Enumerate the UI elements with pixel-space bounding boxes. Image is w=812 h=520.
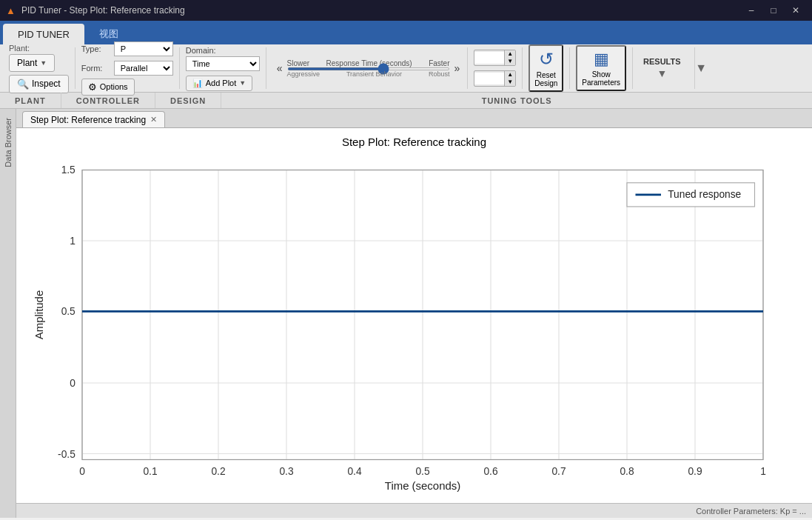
spinbox-1-up[interactable]: ▲ bbox=[505, 50, 515, 58]
svg-text:1: 1 bbox=[70, 236, 76, 247]
step-plot-tab[interactable]: Step Plot: Reference tracking ✕ bbox=[22, 111, 165, 127]
section-design: DESIGN bbox=[155, 93, 221, 108]
type-select[interactable]: PPIPDPID bbox=[114, 41, 173, 56]
chart-container: 1.5 1 0.5 0 -0.5 0 0.1 0.2 0.3 0.4 0.5 0… bbox=[31, 151, 797, 496]
svg-text:0.9: 0.9 bbox=[688, 466, 702, 477]
spinbox-2-input[interactable]: 0.6 bbox=[474, 73, 504, 84]
inspect-label: Inspect bbox=[32, 79, 61, 89]
add-plot-arrow: ▼ bbox=[239, 79, 246, 87]
reset-design-button[interactable]: ↺ ResetDesign bbox=[529, 44, 563, 92]
ribbon-scroll[interactable]: ▼ bbox=[694, 47, 708, 89]
spinbox-1: 2 ▲ ▼ bbox=[474, 50, 516, 66]
show-parameters-icon: ▦ bbox=[594, 50, 609, 69]
minimize-button[interactable]: – bbox=[741, 2, 762, 19]
svg-text:0.1: 0.1 bbox=[143, 466, 157, 477]
transient-label: Transient Behavior bbox=[346, 70, 402, 78]
plot-area: Step Plot: Reference tracking bbox=[16, 128, 812, 503]
spinbox-2-up[interactable]: ▲ bbox=[505, 71, 515, 79]
svg-text:0: 0 bbox=[70, 378, 76, 389]
tab-pid-tuner[interactable]: PID TUNER bbox=[3, 24, 84, 44]
slider-bottom-labels: Aggressive Transient Behavior Robust bbox=[287, 70, 450, 78]
main-area: Data Browser Step Plot: Reference tracki… bbox=[0, 109, 812, 518]
add-plot-label: Add Plot bbox=[206, 79, 237, 87]
form-select[interactable]: ParallelIdeal bbox=[114, 61, 173, 76]
close-button[interactable]: ✕ bbox=[785, 2, 806, 19]
svg-text:0.5: 0.5 bbox=[61, 306, 76, 317]
svg-text:1: 1 bbox=[760, 466, 766, 477]
svg-text:1.5: 1.5 bbox=[61, 164, 76, 176]
robust-label: Robust bbox=[429, 70, 450, 78]
status-bar: Controller Parameters: Kp = ... bbox=[16, 503, 812, 518]
plant-button[interactable]: Plant ▼ bbox=[9, 54, 55, 72]
type-form-group: Type: PPIPDPID Form: ParallelIdeal ⚙ Opt… bbox=[78, 47, 180, 89]
domain-group: Domain: TimeFrequency 📊 Add Plot ▼ bbox=[183, 47, 266, 89]
section-plant: PLANT bbox=[0, 93, 61, 108]
window-title: PID Tuner - Step Plot: Reference trackin… bbox=[21, 5, 741, 16]
spinbox-2-down[interactable]: ▼ bbox=[505, 79, 515, 86]
reset-design-icon: ↺ bbox=[539, 49, 554, 70]
plot-title: Step Plot: Reference tracking bbox=[24, 136, 805, 148]
plant-group: Plant: Plant ▼ 🔍 Inspect bbox=[6, 47, 76, 89]
options-icon: ⚙ bbox=[88, 81, 97, 93]
tab-close-button[interactable]: ✕ bbox=[150, 115, 157, 124]
section-labels: PLANT CONTROLLER DESIGN TUNING TOOLS bbox=[0, 93, 812, 109]
results-arrow: ▼ bbox=[657, 67, 667, 79]
section-controller: CONTROLLER bbox=[61, 93, 155, 108]
svg-text:Tuned response: Tuned response bbox=[668, 189, 741, 200]
slider-group: « Slower Response Time (seconds) Faster … bbox=[269, 47, 469, 89]
show-parameters-label: ShowParameters bbox=[582, 70, 620, 87]
data-browser-label[interactable]: Data Browser bbox=[2, 112, 14, 173]
section-tuning: TUNING TOOLS bbox=[221, 93, 812, 108]
reset-design-label: ResetDesign bbox=[534, 71, 557, 87]
window-controls: – □ ✕ bbox=[741, 2, 806, 19]
svg-text:0.6: 0.6 bbox=[483, 466, 497, 477]
options-label: Options bbox=[100, 82, 128, 91]
show-parameters-group: ▦ ShowParameters bbox=[573, 47, 633, 89]
inspect-icon: 🔍 bbox=[17, 79, 29, 90]
reset-design-group: ↺ ResetDesign bbox=[526, 47, 570, 89]
content-area: Step Plot: Reference tracking ✕ Step Plo… bbox=[16, 109, 812, 518]
spinbox-1-down[interactable]: ▼ bbox=[505, 58, 515, 65]
svg-text:0.3: 0.3 bbox=[279, 466, 293, 477]
svg-text:0.2: 0.2 bbox=[211, 466, 225, 477]
spinbox-group: 2 ▲ ▼ 0.6 ▲ ▼ bbox=[471, 47, 523, 89]
title-bar: ▲ PID Tuner - Step Plot: Reference track… bbox=[0, 0, 812, 21]
inspect-button[interactable]: 🔍 Inspect bbox=[9, 75, 69, 93]
left-sidebar: Data Browser bbox=[0, 109, 16, 518]
svg-text:0.4: 0.4 bbox=[347, 466, 361, 477]
svg-text:0.7: 0.7 bbox=[551, 466, 566, 477]
slider-right-arrow[interactable]: » bbox=[453, 61, 462, 76]
plant-button-label: Plant bbox=[17, 58, 37, 68]
type-label: Type: bbox=[81, 44, 111, 53]
results-group: RESULTS ▼ bbox=[636, 47, 691, 89]
spinbox-2: 0.6 ▲ ▼ bbox=[474, 70, 516, 87]
slider-track: Slower Response Time (seconds) Faster Ag… bbox=[287, 59, 450, 78]
domain-select[interactable]: TimeFrequency bbox=[186, 56, 260, 71]
spinbox-2-arrows: ▲ ▼ bbox=[504, 71, 515, 86]
add-plot-icon: 📊 bbox=[192, 79, 203, 88]
matlab-logo: ▲ bbox=[6, 5, 16, 16]
plant-dropdown-arrow: ▼ bbox=[40, 59, 47, 67]
spinbox-1-arrows: ▲ ▼ bbox=[504, 50, 515, 65]
aggressive-label: Aggressive bbox=[287, 70, 321, 78]
svg-text:0: 0 bbox=[79, 466, 85, 477]
domain-label: Domain: bbox=[186, 46, 216, 55]
step-plot-tab-label: Step Plot: Reference tracking bbox=[30, 115, 146, 125]
maximize-button[interactable]: □ bbox=[763, 2, 784, 19]
ribbon-toolbar: Plant: Plant ▼ 🔍 Inspect Type: PPIPDPID … bbox=[0, 44, 812, 93]
results-button[interactable]: RESULTS ▼ bbox=[639, 54, 685, 82]
results-label: RESULTS bbox=[643, 57, 681, 66]
tab-bar: Step Plot: Reference tracking ✕ bbox=[16, 109, 812, 128]
svg-text:-0.5: -0.5 bbox=[58, 449, 76, 460]
slider-left-arrow[interactable]: « bbox=[275, 61, 284, 76]
spinbox-container: 2 ▲ ▼ 0.6 ▲ ▼ bbox=[474, 50, 516, 87]
plant-label: Plant: bbox=[9, 44, 38, 53]
svg-text:Time (seconds): Time (seconds) bbox=[385, 479, 460, 492]
svg-text:0.5: 0.5 bbox=[415, 466, 429, 477]
show-parameters-button[interactable]: ▦ ShowParameters bbox=[576, 45, 626, 91]
spinbox-1-input[interactable]: 2 bbox=[474, 52, 504, 64]
add-plot-button[interactable]: 📊 Add Plot ▼ bbox=[186, 76, 253, 91]
status-text: Controller Parameters: Kp = ... bbox=[696, 507, 806, 516]
chart-svg: 1.5 1 0.5 0 -0.5 0 0.1 0.2 0.3 0.4 0.5 0… bbox=[31, 151, 797, 496]
svg-text:Amplitude: Amplitude bbox=[33, 290, 45, 339]
